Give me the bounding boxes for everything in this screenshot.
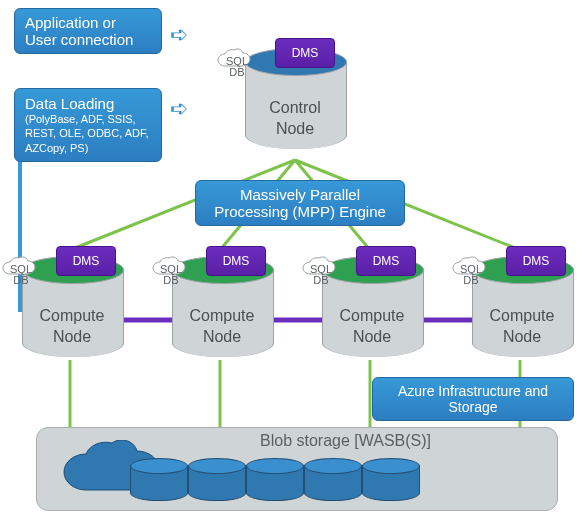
- azure-infrastructure-box: Azure Infrastructure and Storage: [372, 377, 574, 421]
- app-box-line1: Application or: [25, 14, 151, 31]
- blob-cylinders: [130, 458, 418, 502]
- sql-db-label: SQLDB: [6, 264, 36, 286]
- mpp-line1: Massively Parallel: [240, 186, 360, 203]
- data-loading-box: Data Loading (PolyBase, ADF, SSIS, REST,…: [14, 88, 162, 162]
- azure-line1: Azure Infrastructure and: [398, 383, 548, 399]
- sql-db-label: SQLDB: [306, 264, 336, 286]
- sql-db-label: SQLDB: [222, 56, 252, 78]
- app-box-line2: User connection: [25, 31, 151, 48]
- dms-badge: DMS: [206, 246, 266, 276]
- azure-line2: Storage: [448, 399, 497, 415]
- dms-badge: DMS: [506, 246, 566, 276]
- sql-db-label: SQLDB: [456, 264, 486, 286]
- arrow-icon: ➪: [170, 22, 188, 48]
- blob-storage-label: Blob storage [WASB(S)]: [260, 432, 431, 450]
- dms-badge: DMS: [275, 38, 335, 68]
- data-box-title: Data Loading: [25, 95, 151, 112]
- mpp-line2: Processing (MPP) Engine: [214, 203, 386, 220]
- dms-badge: DMS: [356, 246, 416, 276]
- mpp-engine-box: Massively Parallel Processing (MPP) Engi…: [195, 180, 405, 226]
- arrow-icon: ➪: [170, 96, 188, 122]
- control-node-l1: Control: [269, 99, 321, 116]
- control-node-l2: Node: [276, 120, 314, 137]
- application-connection-box: Application or User connection: [14, 8, 162, 54]
- sql-db-label: SQLDB: [156, 264, 186, 286]
- data-box-sub: (PolyBase, ADF, SSIS, REST, OLE, ODBC, A…: [25, 112, 151, 155]
- dms-badge: DMS: [56, 246, 116, 276]
